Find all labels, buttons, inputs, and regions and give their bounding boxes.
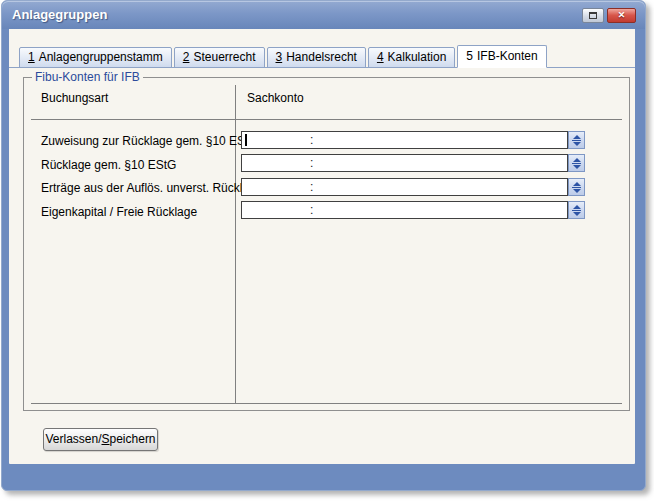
text-caret — [245, 134, 247, 146]
spin-up-icon[interactable] — [573, 158, 581, 162]
verlassen-speichern-button[interactable]: Verlassen/Speichern — [43, 428, 158, 451]
tab-anlagengruppenstamm[interactable]: 1Anlagengruppenstamm — [19, 47, 172, 68]
tab-accel: 1 — [28, 50, 35, 64]
row-label: Zuweisung zur Rücklage gem. §10 EStG — [41, 134, 258, 148]
anlagegruppen-window: Anlagegruppen ✕ 1Anlagengruppenstamm 2St… — [1, 0, 646, 491]
tab-label: IFB-Konten — [477, 49, 538, 63]
spinner-control[interactable] — [568, 201, 585, 219]
button-accel: S — [102, 432, 110, 446]
tab-kalkulation[interactable]: 4Kalkulation — [368, 47, 455, 68]
restore-button[interactable] — [582, 8, 604, 23]
groupbox-legend: Fibu-Konten für IFB — [32, 70, 143, 84]
spinner-control[interactable] — [568, 154, 585, 172]
tab-accel: 4 — [377, 50, 384, 64]
tab-strip: 1Anlagengruppenstamm 2Steuerrecht 3Hande… — [19, 45, 549, 68]
input-mask-colon: : — [310, 180, 313, 194]
tab-label: Anlagengruppenstamm — [39, 50, 163, 64]
tab-handelsrecht[interactable]: 3Handelsrecht — [267, 47, 366, 68]
titlebar[interactable]: Anlagegruppen ✕ — [2, 1, 645, 29]
close-icon: ✕ — [618, 10, 626, 20]
sachkonto-input[interactable]: : — [241, 178, 568, 196]
row-label: Erträge aus der Auflös. unverst. Rückl. — [41, 181, 246, 195]
spin-up-icon[interactable] — [573, 205, 581, 209]
spin-down-icon[interactable] — [573, 165, 581, 169]
header-divider-line — [31, 119, 622, 120]
spin-down-icon[interactable] — [573, 142, 581, 146]
button-label-part: Verlassen/ — [45, 432, 101, 446]
close-button[interactable]: ✕ — [607, 8, 636, 23]
input-mask-colon: : — [310, 156, 313, 170]
spinner-divider — [572, 163, 581, 164]
input-mask-colon: : — [310, 203, 313, 217]
tab-steuerrecht[interactable]: 2Steuerrecht — [174, 47, 265, 68]
tab-ifb-konten[interactable]: 5IFB-Konten — [457, 45, 546, 68]
spin-down-icon[interactable] — [573, 189, 581, 193]
sachkonto-input[interactable]: : — [241, 131, 568, 149]
restore-icon — [589, 12, 597, 19]
spin-up-icon[interactable] — [573, 182, 581, 186]
tab-accel: 5 — [466, 49, 473, 63]
sachkonto-input[interactable]: : — [241, 154, 568, 172]
spinner-divider — [572, 187, 581, 188]
column-header-buchungsart: Buchungsart — [41, 91, 108, 105]
row-label: Rücklage gem. §10 EStG — [41, 158, 176, 172]
button-label-part: peichern — [110, 432, 156, 446]
row-label: Eigenkapital / Freie Rücklage — [41, 205, 197, 219]
tab-label: Steuerrecht — [193, 50, 255, 64]
desktop-background: Anlagegruppen ✕ 1Anlagengruppenstamm 2St… — [0, 0, 654, 503]
spinner-control[interactable] — [568, 131, 585, 149]
window-title: Anlagegruppen — [12, 7, 107, 22]
column-divider — [235, 85, 236, 403]
dialog-content: 1Anlagengruppenstamm 2Steuerrecht 3Hande… — [9, 29, 635, 464]
table-bottom-line — [31, 403, 622, 404]
fibu-konten-groupbox: Fibu-Konten für IFB Buchungsart Sachkont… — [23, 77, 630, 411]
input-mask-colon: : — [310, 133, 313, 147]
spin-down-icon[interactable] — [573, 212, 581, 216]
spinner-divider — [572, 140, 581, 141]
sachkonto-input[interactable]: : — [241, 201, 568, 219]
tab-accel: 3 — [276, 50, 283, 64]
spinner-divider — [572, 210, 581, 211]
spinner-control[interactable] — [568, 178, 585, 196]
tab-accel: 2 — [183, 50, 190, 64]
tab-label: Kalkulation — [388, 50, 447, 64]
tab-label: Handelsrecht — [286, 50, 357, 64]
column-header-sachkonto: Sachkonto — [247, 91, 304, 105]
spin-up-icon[interactable] — [573, 135, 581, 139]
